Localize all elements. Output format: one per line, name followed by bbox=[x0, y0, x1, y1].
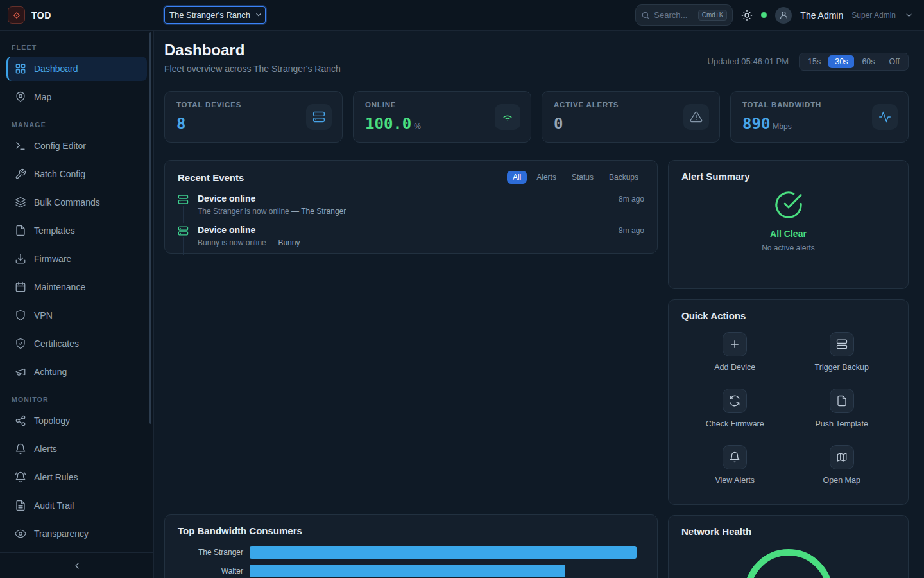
user-role: Super Admin bbox=[851, 11, 896, 20]
stat-online: ONLINE 100.0% bbox=[353, 91, 531, 143]
avatar[interactable] bbox=[775, 7, 792, 24]
search-box[interactable]: Cmd+K bbox=[635, 4, 733, 26]
sidebar-item-label: Audit Trail bbox=[34, 500, 74, 511]
filter-backups[interactable]: Backups bbox=[603, 171, 644, 184]
bandwidth-bar[interactable] bbox=[250, 546, 637, 559]
bar-track bbox=[250, 546, 644, 559]
filter-alerts[interactable]: Alerts bbox=[531, 171, 562, 184]
event-time: 8m ago bbox=[619, 195, 644, 216]
updated-timestamp: Updated 05:46:01 PM bbox=[708, 57, 789, 66]
sidebar-item-topology[interactable]: Topology bbox=[6, 408, 147, 433]
stats-row: TOTAL DEVICES 8 ONLINE 100.0% ACTIVE ALE… bbox=[164, 91, 909, 143]
sidebar-item-config-editor[interactable]: Config Editor bbox=[6, 134, 147, 158]
quick-action-open-map[interactable]: Open Map bbox=[789, 445, 896, 485]
download-icon bbox=[15, 253, 26, 265]
event-detail: Bunny is now online bbox=[198, 238, 266, 247]
event-device: — The Stranger bbox=[291, 207, 346, 216]
timeline-rail bbox=[183, 206, 184, 223]
sidebar-item-certificates[interactable]: Certificates bbox=[6, 331, 147, 356]
event-row[interactable]: Device online The Stranger is now online… bbox=[178, 190, 644, 222]
quick-action-push-template[interactable]: Push Template bbox=[789, 389, 896, 428]
refresh-option-off[interactable]: Off bbox=[883, 55, 906, 68]
user-name: The Admin bbox=[800, 10, 843, 21]
sidebar-item-label: Alert Rules bbox=[34, 472, 78, 482]
sidebar-item-bulk-commands[interactable]: Bulk Commands bbox=[6, 190, 147, 215]
map-icon bbox=[830, 445, 854, 469]
filter-status[interactable]: Status bbox=[566, 171, 599, 184]
user-menu-chevron-icon[interactable] bbox=[904, 10, 914, 20]
page-header: Dashboard Fleet overview across The Stra… bbox=[164, 41, 909, 74]
quick-action-check-firmware[interactable]: Check Firmware bbox=[681, 389, 789, 428]
sidebar-item-label: Config Editor bbox=[34, 141, 86, 151]
alert-status-text: All Clear bbox=[770, 229, 807, 239]
sidebar-item-templates[interactable]: Templates bbox=[6, 218, 147, 243]
refresh-option-60s[interactable]: 60s bbox=[855, 55, 881, 68]
file-icon bbox=[15, 225, 26, 236]
sidebar-item-vpn[interactable]: VPN bbox=[6, 303, 147, 328]
sidebar-item-transparency[interactable]: Transparency bbox=[6, 521, 147, 546]
stat-value: 0 bbox=[554, 115, 563, 133]
wrench-icon bbox=[15, 168, 26, 180]
megaphone-icon bbox=[15, 366, 26, 378]
bandwidth-bar[interactable] bbox=[250, 565, 565, 577]
bandwidth-card: Top Bandwidth Consumers The Stranger Wal… bbox=[164, 514, 658, 578]
sidebar-item-label: Alerts bbox=[34, 444, 57, 454]
fleet-selector[interactable]: The Stranger's Ranch bbox=[164, 6, 266, 24]
sidebar-item-map[interactable]: Map bbox=[6, 85, 147, 109]
quick-action-trigger-backup[interactable]: Trigger Backup bbox=[789, 332, 896, 372]
chevron-left-icon bbox=[72, 561, 82, 571]
sidebar-item-label: Maintenance bbox=[34, 282, 85, 292]
network-icon bbox=[15, 415, 26, 426]
refresh-option-15s[interactable]: 15s bbox=[801, 55, 827, 68]
refresh-option-30s[interactable]: 30s bbox=[828, 55, 854, 68]
network-health-card: Network Health 100 bbox=[668, 515, 909, 578]
event-row[interactable]: Device online Bunny is now online — Bunn… bbox=[178, 222, 644, 253]
event-time: 8m ago bbox=[619, 226, 644, 247]
sidebar-item-label: Firmware bbox=[34, 254, 71, 264]
filter-all[interactable]: All bbox=[507, 171, 527, 184]
quick-action-view-alerts[interactable]: View Alerts bbox=[681, 445, 789, 485]
activity-icon bbox=[872, 104, 898, 130]
quick-action-label: View Alerts bbox=[715, 476, 755, 485]
stat-unit: % bbox=[414, 122, 421, 131]
sidebar-section-fleet: FLEET bbox=[12, 44, 142, 51]
network-health-title: Network Health bbox=[681, 526, 751, 537]
sidebar-item-firmware[interactable]: Firmware bbox=[6, 247, 147, 271]
sidebar-item-alerts[interactable]: Alerts bbox=[6, 437, 147, 461]
map-pin-icon bbox=[15, 91, 26, 103]
connection-status-dot bbox=[761, 12, 767, 18]
bell-icon bbox=[15, 443, 26, 455]
bandwidth-title: Top Bandwidth Consumers bbox=[178, 525, 302, 536]
alert-summary-title: Alert Summary bbox=[681, 171, 750, 182]
sidebar-item-maintenance[interactable]: Maintenance bbox=[6, 275, 147, 299]
bell-ring-icon bbox=[15, 471, 26, 483]
search-icon bbox=[641, 11, 650, 20]
template-file-icon bbox=[830, 389, 854, 413]
quick-action-label: Trigger Backup bbox=[815, 363, 869, 372]
search-input[interactable] bbox=[654, 10, 694, 20]
sidebar-collapse-button[interactable] bbox=[0, 552, 153, 578]
sidebar-item-label: Transparency bbox=[34, 529, 89, 539]
topbar: TOD The Stranger's Ranch Cmd+K The Admin… bbox=[0, 0, 924, 31]
quick-action-label: Push Template bbox=[816, 419, 868, 428]
sidebar-item-label: Certificates bbox=[34, 338, 79, 349]
shield-check-icon bbox=[15, 338, 26, 349]
quick-action-add-device[interactable]: Add Device bbox=[681, 332, 789, 372]
page-title: Dashboard bbox=[164, 41, 341, 59]
app-logo-icon bbox=[8, 6, 25, 24]
sidebar-item-audit-trail[interactable]: Audit Trail bbox=[6, 493, 147, 518]
sidebar-scrollbar[interactable] bbox=[149, 32, 151, 424]
theme-toggle-button[interactable] bbox=[741, 10, 753, 21]
sidebar-item-batch-config[interactable]: Batch Config bbox=[6, 162, 147, 186]
event-detail: The Stranger is now online bbox=[198, 207, 289, 216]
sidebar-item-label: Dashboard bbox=[34, 64, 78, 74]
network-health-gauge: 100 bbox=[681, 545, 895, 578]
event-device: — Bunny bbox=[268, 238, 300, 247]
quick-actions-title: Quick Actions bbox=[681, 310, 746, 321]
sidebar-item-dashboard[interactable]: Dashboard bbox=[6, 57, 147, 81]
quick-action-label: Add Device bbox=[714, 363, 755, 372]
sidebar-item-alert-rules[interactable]: Alert Rules bbox=[6, 465, 147, 489]
stat-active-alerts: ACTIVE ALERTS 0 bbox=[542, 91, 720, 143]
sidebar-item-achtung[interactable]: Achtung bbox=[6, 360, 147, 384]
bandwidth-chart: The Stranger Walter bbox=[178, 546, 644, 577]
